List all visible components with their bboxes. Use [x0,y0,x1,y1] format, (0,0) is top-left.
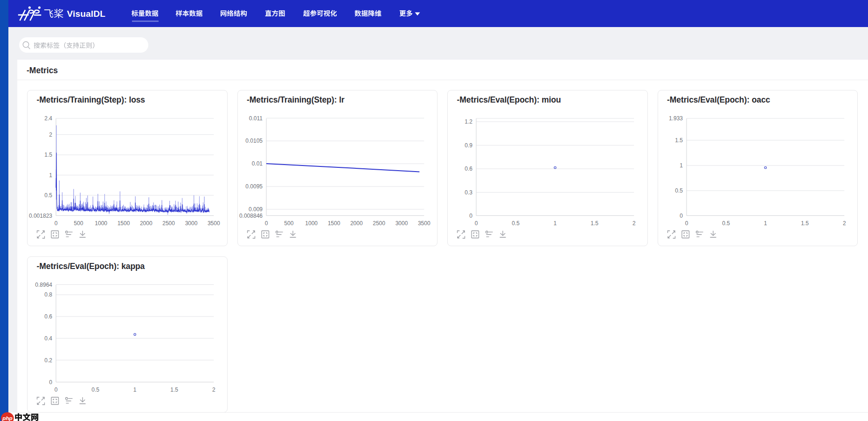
svg-text:1: 1 [680,162,683,169]
svg-text:0.0105: 0.0105 [245,138,263,144]
svg-text:1500: 1500 [118,220,130,227]
svg-text:1.5: 1.5 [590,220,598,227]
svg-text:2: 2 [632,220,636,227]
svg-text:0.011: 0.011 [249,115,262,121]
svg-text:3000: 3000 [185,220,198,227]
svg-text:0.001823: 0.001823 [29,212,52,219]
svg-text:0.4: 0.4 [44,335,52,341]
svg-text:0: 0 [680,212,683,219]
svg-text:1: 1 [764,220,767,227]
svg-text:1.5: 1.5 [170,386,178,393]
svg-text:0: 0 [475,220,478,227]
svg-text:2: 2 [49,131,52,138]
svg-text:0: 0 [55,220,58,227]
svg-text:0.008846: 0.008846 [239,213,262,219]
svg-text:1.2: 1.2 [465,118,472,125]
svg-text:0.5: 0.5 [722,220,730,227]
svg-text:3500: 3500 [417,220,430,227]
svg-text:1.933: 1.933 [668,115,682,122]
svg-text:0.6: 0.6 [465,166,472,172]
svg-text:0.8964: 0.8964 [35,281,52,288]
svg-text:0.0095: 0.0095 [245,183,263,190]
svg-text:2500: 2500 [373,220,385,227]
svg-text:0: 0 [55,386,58,393]
svg-text:1000: 1000 [305,220,318,227]
svg-text:0.3: 0.3 [465,189,472,195]
svg-text:1.5: 1.5 [801,220,809,227]
svg-text:1500: 1500 [327,220,340,227]
svg-text:2500: 2500 [162,220,175,227]
svg-text:3500: 3500 [208,220,220,227]
svg-text:2: 2 [842,220,846,227]
svg-text:0.5: 0.5 [44,192,52,199]
svg-text:0.8: 0.8 [44,291,52,298]
svg-text:php: php [2,415,13,421]
svg-text:1.5: 1.5 [675,137,683,144]
svg-text:1000: 1000 [95,220,107,227]
svg-text:0.2: 0.2 [44,357,52,363]
svg-text:500: 500 [284,220,293,227]
svg-text:3000: 3000 [395,220,408,227]
svg-text:2: 2 [212,386,215,393]
svg-text:0.6: 0.6 [44,313,52,320]
svg-text:0.01: 0.01 [251,160,263,167]
svg-text:0: 0 [264,220,268,227]
svg-text:0.009: 0.009 [248,206,262,213]
svg-text:1: 1 [133,386,137,393]
svg-text:0: 0 [469,212,472,219]
svg-text:0.9: 0.9 [465,142,472,148]
svg-text:0: 0 [49,379,52,385]
svg-text:500: 500 [74,220,83,227]
svg-text:0.5: 0.5 [675,187,683,194]
svg-text:1: 1 [554,220,557,227]
svg-text:1: 1 [49,172,52,178]
svg-text:1.5: 1.5 [44,152,52,158]
svg-text:2.4: 2.4 [44,115,52,122]
svg-text:2000: 2000 [350,220,362,227]
svg-text:2000: 2000 [140,220,153,227]
svg-text:0.5: 0.5 [91,386,99,393]
svg-text:0.5: 0.5 [512,220,520,227]
svg-text:0: 0 [685,220,688,227]
